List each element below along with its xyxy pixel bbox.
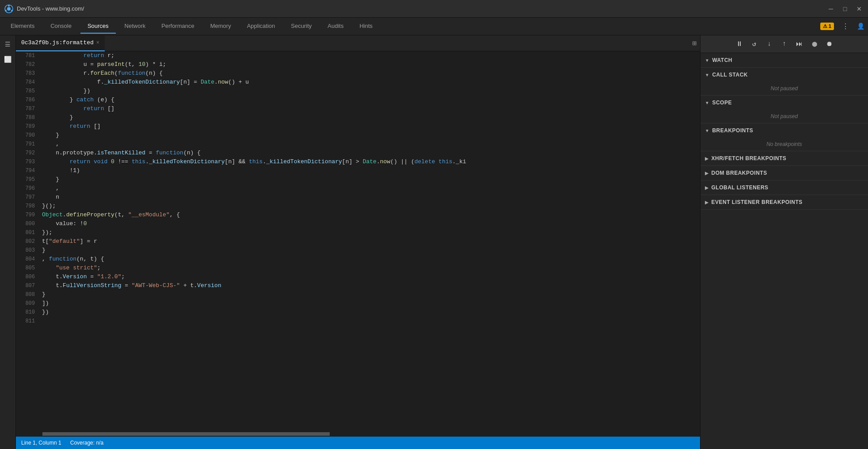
tab-hints[interactable]: Hints [352,19,380,34]
svg-point-3 [11,10,13,12]
step-into-button[interactable]: ↑ [778,38,791,50]
svg-point-4 [5,10,7,12]
devtools-tab-bar: Elements Console Sources Network Perform… [0,18,868,35]
tab-sources[interactable]: Sources [80,19,116,34]
maximize-button[interactable]: □ [841,5,849,12]
scope-label: Scope [712,100,732,106]
file-tab-close[interactable]: × [96,40,99,46]
global-arrow: ▶ [705,185,709,190]
user-icon[interactable]: 👤 [857,23,864,30]
xhr-breakpoints-header[interactable]: ▶ XHR/fetch Breakpoints [700,151,868,165]
breakpoints-arrow: ▼ [705,128,709,133]
watch-arrow: ▼ [705,58,709,63]
dom-label: DOM Breakpoints [712,170,767,176]
code-line: t.Version = "1.2.0"; [42,272,700,281]
code-line: u = parseInt(t, 10) * i; [42,60,700,69]
global-listeners-header[interactable]: ▶ Global Listeners [700,180,868,195]
tab-console[interactable]: Console [43,19,79,34]
scope-content: Not paused [700,110,868,123]
xhr-label: XHR/fetch Breakpoints [712,155,787,161]
global-label: Global Listeners [712,184,769,191]
coverage-status: Coverage: n/a [70,440,103,446]
more-options-icon[interactable]: ⋮ [842,22,849,31]
code-line: } [42,131,700,140]
tab-memory[interactable]: Memory [203,19,238,34]
main-area: ☰ ⬜ 0c3a2f0b.js:formatted × ⊞ 781 782 78… [0,35,868,449]
scope-section: ▼ Scope Not paused [700,96,868,123]
scope-arrow: ▼ [705,100,709,105]
code-line: return [] [42,104,700,113]
code-line: r.forEach(function(n) { [42,69,700,78]
call-stack-label: Call Stack [712,72,748,78]
code-line: } catch (e) { [42,96,700,104]
watch-label: Watch [712,57,732,63]
svg-point-2 [8,5,10,7]
code-line: ]) [42,299,700,308]
horizontal-scrollbar[interactable] [16,431,700,437]
dom-breakpoints-header[interactable]: ▶ DOM Breakpoints [700,166,868,180]
code-line: return [] [42,122,700,131]
scope-header[interactable]: ▼ Scope [700,96,868,110]
code-line: "use strict"; [42,264,700,272]
code-line: , function(n, t) { [42,255,700,264]
tab-elements[interactable]: Elements [4,19,42,34]
tab-performance[interactable]: Performance [154,19,201,34]
file-tab-active[interactable]: 0c3a2f0b.js:formatted × [16,35,105,51]
scrollbar-thumb[interactable] [42,432,330,436]
code-line: return r; [42,51,700,60]
right-scroll-area[interactable]: ▼ Watch ▼ Call Stack Not paused ▼ Scope … [700,53,868,449]
sidebar-toggle-icon[interactable]: ☰ [2,38,14,50]
right-panel: ⏸ ↺ ↓ ↑ ⏭ ⬤ ⏺ ▼ Watch ▼ Call [700,35,868,449]
code-line: n [42,193,700,202]
step-out-button[interactable]: ⏭ [793,38,806,50]
devtools-logo [4,4,13,13]
code-lines: return r; u = parseInt(t, 10) * i; r.for… [40,51,700,326]
tab-security[interactable]: Security [284,19,319,34]
file-tab-label: 0c3a2f0b.js:formatted [21,39,94,46]
code-line: Object.defineProperty(t, "__esModule", { [42,211,700,219]
line-numbers: 781 782 783 784 785 786 787 788 789 790 … [16,51,40,326]
call-stack-header[interactable]: ▼ Call Stack [700,68,868,82]
sidebar-screen-icon[interactable]: ⬜ [2,53,14,65]
pause-button[interactable]: ⏸ [733,38,746,50]
debug-toolbar: ⏸ ↺ ↓ ↑ ⏭ ⬤ ⏺ [700,35,868,53]
tab-audits[interactable]: Audits [320,19,350,34]
dom-arrow: ▶ [705,171,709,176]
global-listeners-section: ▶ Global Listeners [700,180,868,195]
code-line [42,317,700,326]
code-line: } [42,113,700,122]
code-line: n.prototype.isTenantKilled = function(n)… [42,149,700,157]
tab-bar-right: ⚠ 1 ⋮ 👤 [820,22,864,31]
event-breakpoints-header[interactable]: ▶ Event Listener Breakpoints [700,195,868,209]
code-panel: 0c3a2f0b.js:formatted × ⊞ 781 782 783 78… [16,35,700,449]
watch-header[interactable]: ▼ Watch [700,53,868,67]
file-tabs: 0c3a2f0b.js:formatted × ⊞ [16,35,700,51]
breakpoints-header[interactable]: ▼ Breakpoints [700,123,868,138]
file-tabs-more[interactable]: ⊞ [692,39,700,48]
code-line: return void 0 !== this._killedTokenDicti… [42,157,700,166]
pause-on-exceptions-button[interactable]: ⏺ [823,38,836,50]
minimize-button[interactable]: ─ [826,5,835,12]
long-resume-button[interactable]: ↺ [748,38,761,50]
code-line: , [42,140,700,149]
left-sidebar: ☰ ⬜ [0,35,16,449]
xhr-arrow: ▶ [705,156,709,161]
close-button[interactable]: ✕ [855,5,864,12]
step-over-button[interactable]: ↓ [763,38,776,50]
call-stack-section: ▼ Call Stack Not paused [700,68,868,96]
code-line: t["default"] = r [42,237,700,246]
code-line: } [42,290,700,299]
status-bar: Line 1, Column 1 Coverage: n/a [16,437,700,449]
call-stack-arrow: ▼ [705,73,709,77]
code-line: , [42,184,700,193]
code-line: }(); [42,202,700,211]
code-editor[interactable]: 781 782 783 784 785 786 787 788 789 790 … [16,51,700,431]
watch-section: ▼ Watch [700,53,868,68]
code-line: } [42,175,700,184]
tab-application[interactable]: Application [240,19,282,34]
tab-network[interactable]: Network [118,19,153,34]
title-bar: DevTools - www.bing.com/ ─ □ ✕ [0,0,868,18]
deactivate-breakpoints-button[interactable]: ⬤ [808,38,821,50]
title-bar-text: DevTools - www.bing.com/ [17,5,823,12]
code-line: }) [42,308,700,317]
